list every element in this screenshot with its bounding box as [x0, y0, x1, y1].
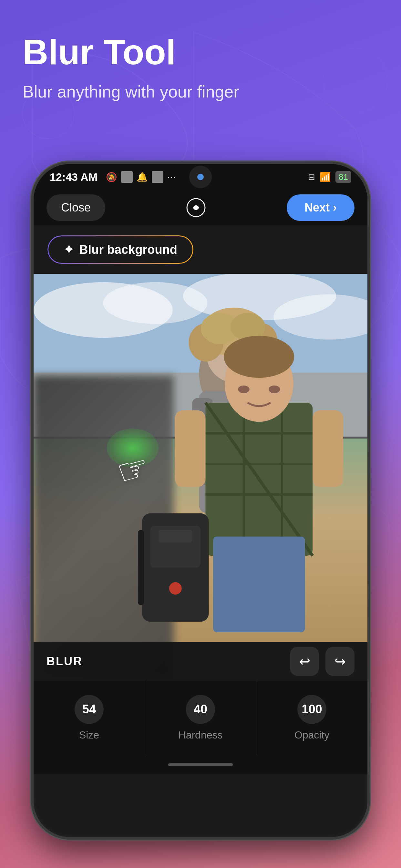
- status-time: 12:43 AM: [50, 171, 97, 183]
- hardness-value: 40: [186, 695, 215, 724]
- close-button[interactable]: Close: [47, 194, 105, 221]
- svg-point-30: [224, 336, 294, 378]
- calendar-icon: [152, 171, 163, 183]
- svg-point-34: [269, 385, 280, 393]
- redo-button[interactable]: ↪: [326, 647, 354, 676]
- photo-bottom-bar: BLUR ↩ ↪: [34, 642, 367, 681]
- redo-icon: ↪: [335, 654, 346, 670]
- hero-title: Blur Tool: [23, 32, 378, 71]
- blur-background-button[interactable]: ✦ Blur background: [47, 235, 194, 265]
- phone-mockup: 12:43 AM 🔕 🔔 ··· ⊟ 📶 81: [31, 161, 370, 840]
- status-right-icons: ⊟ 📶 81: [308, 171, 351, 183]
- backpack: [134, 496, 217, 639]
- home-bar: [168, 764, 233, 766]
- status-bar: 12:43 AM 🔕 🔔 ··· ⊟ 📶 81: [34, 164, 367, 190]
- size-value: 54: [74, 695, 104, 724]
- opacity-value: 100: [297, 695, 327, 724]
- sparkle-icon: ✦: [64, 243, 74, 257]
- hero-subtitle: Blur anything with your finger: [23, 81, 378, 103]
- camera-dot: [189, 166, 212, 188]
- app-header: Close Next ›: [34, 190, 367, 225]
- svg-rect-31: [175, 410, 205, 487]
- blur-bg-section: ✦ Blur background: [34, 225, 367, 274]
- photo-area[interactable]: ☞ BLUR ↩ ↪: [34, 274, 367, 681]
- notification-icon: 🔔: [136, 172, 148, 182]
- opacity-label: Opacity: [295, 729, 329, 741]
- mute-icon: 🔕: [106, 172, 117, 182]
- blur-mode-label: BLUR: [47, 655, 83, 668]
- hardness-control[interactable]: 40 Hardness: [145, 681, 256, 755]
- battery-icon: 81: [335, 171, 351, 183]
- home-indicator: [34, 755, 367, 774]
- screen-record-icon: ⊟: [308, 172, 315, 182]
- svg-rect-32: [312, 410, 343, 487]
- svg-rect-39: [138, 530, 144, 605]
- svg-rect-37: [159, 530, 192, 542]
- next-button[interactable]: Next ›: [287, 194, 354, 221]
- size-control[interactable]: 54 Size: [34, 681, 145, 755]
- svg-point-33: [238, 385, 250, 393]
- svg-rect-28: [213, 537, 305, 632]
- controls-section: 54 Size 40 Hardness 100 Opacity: [34, 681, 367, 755]
- app-logo: [184, 196, 208, 219]
- size-label: Size: [79, 729, 99, 741]
- more-icon: ···: [167, 172, 177, 182]
- next-chevron-icon: ›: [333, 201, 337, 214]
- hardness-label: Hardness: [179, 729, 223, 741]
- undo-button[interactable]: ↩: [290, 647, 319, 676]
- screenshot-icon: [121, 171, 133, 183]
- wifi-icon: 📶: [320, 172, 331, 182]
- svg-point-38: [169, 582, 182, 595]
- undo-icon: ↩: [299, 654, 310, 670]
- opacity-control[interactable]: 100 Opacity: [256, 681, 367, 755]
